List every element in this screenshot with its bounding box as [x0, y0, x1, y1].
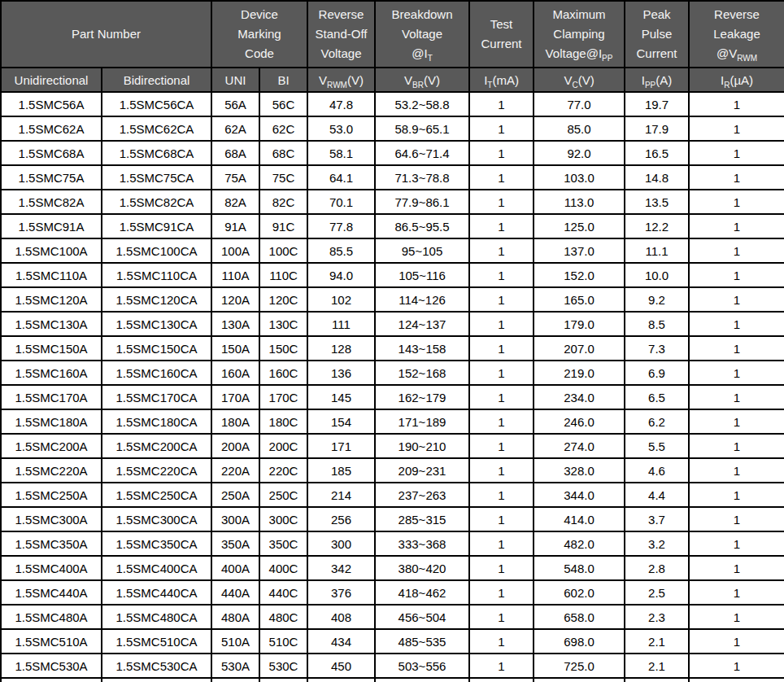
header-reverse-standoff-voltage: ReverseStand-OffVoltage — [307, 1, 375, 68]
table-row: 1.5SMC510A 1.5SMC510CA 510A 510C 434 485… — [1, 629, 784, 654]
cell-ir: 1 — [689, 141, 784, 165]
table-row: 1.5SMC200A 1.5SMC200CA 200A 200C 171 190… — [1, 434, 784, 458]
cell-marking-bi: 160C — [259, 361, 307, 385]
table-row: 1.5SMC440A 1.5SMC440CA 440A 440C 376 418… — [1, 580, 784, 605]
cell-ir: 1 — [689, 507, 784, 531]
cell-marking-bi: 480C — [259, 605, 307, 629]
tvs-spec-table: Part Number DeviceMarkingCode ReverseSta… — [0, 0, 784, 682]
cell-vbr: 418~462 — [375, 580, 469, 605]
cell-part-bidirectional: 1.5SMC300CA — [102, 507, 211, 531]
cell-part-unidirectional: 1.5SMC110A — [1, 263, 102, 287]
cell-it: 1 — [469, 312, 534, 336]
cell-vrwm: 185 — [307, 458, 375, 483]
cell-part-unidirectional: 1.5SMC480A — [1, 605, 102, 629]
cell-vrwm: 85.5 — [307, 238, 375, 263]
cell-ipp: 6.9 — [625, 361, 689, 385]
cell-vrwm: 376 — [307, 580, 375, 605]
cell-marking-uni: 170A — [211, 385, 259, 409]
cell-ir: 1 — [689, 678, 784, 682]
cell-marking-bi: 100C — [259, 238, 307, 263]
cell-vbr: 333~368 — [375, 531, 469, 556]
cell-vbr: 71.3~78.8 — [375, 165, 469, 190]
cell-part-bidirectional: 1.5SMC68CA — [102, 141, 211, 165]
cell-part-bidirectional: 1.5SMC400CA — [102, 556, 211, 580]
cell-it: 1 — [469, 605, 534, 629]
table-row: 1.5SMC160A 1.5SMC160CA 160A 160C 136 152… — [1, 361, 784, 385]
cell-ipp: 6.5 — [625, 385, 689, 409]
table-row: 1.5SMC400A 1.5SMC400CA 400A 400C 342 380… — [1, 556, 784, 580]
cell-vc: 137.0 — [534, 238, 625, 263]
header-breakdown-voltage: BreakdownVoltage@IT — [375, 1, 469, 68]
cell-marking-uni: 440A — [211, 580, 259, 605]
cell-ipp: 2.1 — [625, 654, 689, 678]
cell-marking-uni: 510A — [211, 629, 259, 654]
cell-marking-bi: 68C — [259, 141, 307, 165]
cell-marking-uni: 82A — [211, 190, 259, 214]
cell-marking-uni: 250A — [211, 483, 259, 507]
cell-it: 1 — [469, 483, 534, 507]
cell-vrwm: 64.1 — [307, 165, 375, 190]
cell-vbr: 503~556 — [375, 654, 469, 678]
cell-vbr: 162~179 — [375, 385, 469, 409]
cell-ir: 1 — [689, 458, 784, 483]
cell-ipp: 3.7 — [625, 507, 689, 531]
cell-part-unidirectional: 1.5SMC82A — [1, 190, 102, 214]
cell-part-unidirectional: 1.5SMC510A — [1, 629, 102, 654]
subheader-bi: BI — [259, 68, 307, 92]
cell-it: 1 — [469, 434, 534, 458]
cell-vrwm: 136 — [307, 361, 375, 385]
cell-it: 1 — [469, 263, 534, 287]
table-row: 1.5SMC530A 1.5SMC530CA 530A 530C 450 503… — [1, 654, 784, 678]
header-device-marking-code: DeviceMarkingCode — [211, 1, 307, 68]
cell-vc: 179.0 — [534, 312, 625, 336]
cell-vrwm: 342 — [307, 556, 375, 580]
cell-vc: 658.0 — [534, 605, 625, 629]
subheader-vrwm: VRWM(V) — [307, 68, 375, 92]
cell-ipp: 2.5 — [625, 580, 689, 605]
cell-vbr: 209~231 — [375, 458, 469, 483]
cell-vc: 103.0 — [534, 165, 625, 190]
table-row: 1.5SMC350A 1.5SMC350CA 350A 350C 300 333… — [1, 531, 784, 556]
cell-marking-bi: 530C — [259, 654, 307, 678]
cell-it: 1 — [469, 214, 534, 238]
cell-ir: 1 — [689, 361, 784, 385]
cell-it: 1 — [469, 116, 534, 141]
cell-ir: 1 — [689, 238, 784, 263]
cell-part-unidirectional: 1.5SMC56A — [1, 92, 102, 116]
cell-part-bidirectional: 1.5SMC480CA — [102, 605, 211, 629]
cell-part-unidirectional: 1.5SMC180A — [1, 409, 102, 434]
cell-ipp: 14.8 — [625, 165, 689, 190]
cell-vrwm: 171 — [307, 434, 375, 458]
header-reverse-leakage: ReverseLeakage@VRWM — [689, 1, 784, 68]
table-row: 1.5SMC170A 1.5SMC170CA 170A 170C 145 162… — [1, 385, 784, 409]
table-row: 1.5SMC480A 1.5SMC480CA 480A 480C 408 456… — [1, 605, 784, 629]
cell-vbr: 380~420 — [375, 556, 469, 580]
cell-vrwm: 128 — [307, 336, 375, 361]
cell-ipp: 5.5 — [625, 434, 689, 458]
cell-ipp: 17.9 — [625, 116, 689, 141]
cell-marking-bi: 150C — [259, 336, 307, 361]
table-row: 1.5SMC220A 1.5SMC220CA 220A 220C 185 209… — [1, 458, 784, 483]
cell-vrwm: 102 — [307, 287, 375, 312]
cell-vc: 274.0 — [534, 434, 625, 458]
cell-ir: 1 — [689, 263, 784, 287]
cell-marking-uni: 130A — [211, 312, 259, 336]
cell-part-unidirectional: 1.5SMC300A — [1, 507, 102, 531]
cell-vrwm: 450 — [307, 654, 375, 678]
cell-marking-bi: 56C — [259, 92, 307, 116]
cell-vbr: 285~315 — [375, 507, 469, 531]
cell-vc: 152.0 — [534, 263, 625, 287]
cell-part-unidirectional: 1.5SMC120A — [1, 287, 102, 312]
cell-vc: 725.0 — [534, 654, 625, 678]
cell-marking-bi: 62C — [259, 116, 307, 141]
cell-marking-uni: 200A — [211, 434, 259, 458]
table-row: 1.5SMC82A 1.5SMC82CA 82A 82C 70.1 77.9~8… — [1, 190, 784, 214]
cell-vrwm: 94.0 — [307, 263, 375, 287]
cell-part-bidirectional: 1.5SMC350CA — [102, 531, 211, 556]
cell-ir: 1 — [689, 116, 784, 141]
cell-vrwm: 145 — [307, 385, 375, 409]
cell-marking-bi: 120C — [259, 287, 307, 312]
table-row: 1.5SMC56A 1.5SMC56CA 56A 56C 47.8 53.2~5… — [1, 92, 784, 116]
cell-vc: 113.0 — [534, 190, 625, 214]
cell-marking-uni: 540A — [211, 678, 259, 682]
